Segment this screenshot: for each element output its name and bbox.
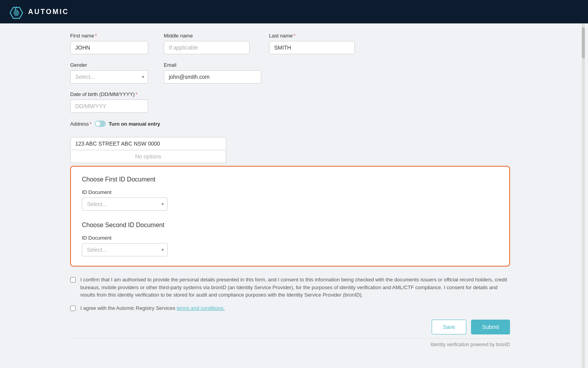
name-row: First name* Middle name Last name* [70, 33, 510, 54]
terms-link[interactable]: terms and conditions. [177, 305, 225, 311]
manual-entry-toggle[interactable] [95, 121, 106, 127]
consent-checkbox-2[interactable] [70, 306, 76, 311]
id-document-section: Choose First ID Document ID Document Sel… [70, 166, 510, 267]
last-name-label: Last name* [269, 33, 406, 39]
first-name-label: First name* [70, 33, 156, 39]
scrollbar-thumb[interactable] [582, 27, 585, 59]
dob-label: Date of birth (DD/MM/YYYY)* [70, 91, 156, 97]
save-button[interactable]: Save [432, 320, 467, 334]
gender-email-row: Gender Select... Male Female Other ▾ Ema… [70, 62, 510, 84]
submit-button[interactable]: Submit [471, 320, 510, 334]
address-input-wrapper: No options [70, 137, 226, 150]
no-options-dropdown: No options [70, 150, 226, 163]
gender-select[interactable]: Select... Male Female Other [70, 70, 148, 84]
middle-name-label: Middle name [164, 33, 261, 39]
last-name-input[interactable] [269, 41, 355, 54]
first-id-label: ID Document [82, 189, 498, 195]
logo-text: AUTOMIC [28, 8, 69, 16]
consent-text-1: I confirm that I am authorised to provid… [80, 276, 510, 299]
dob-input[interactable] [70, 100, 148, 113]
gender-group: Gender Select... Male Female Other ▾ [70, 62, 156, 84]
no-options-text: No options [135, 153, 161, 160]
consent-item-1: I confirm that I am authorised to provid… [70, 276, 510, 299]
id-section-divider [82, 211, 498, 222]
svg-marker-1 [13, 10, 19, 16]
first-id-section: Choose First ID Document ID Document Sel… [82, 176, 498, 211]
email-group: Email [164, 62, 261, 84]
first-name-group: First name* [70, 33, 156, 54]
middle-name-group: Middle name [164, 33, 261, 54]
second-id-select[interactable]: Select... Passport Driver's License Medi… [82, 243, 168, 256]
app-header: AUTOMIC [0, 0, 588, 23]
address-row: Address* Turn on manual entry No options [70, 121, 510, 150]
address-label: Address* [70, 121, 92, 127]
second-id-label: ID Document [82, 235, 498, 241]
first-id-select[interactable]: Select... Passport Driver's License Medi… [82, 197, 168, 211]
email-label: Email [164, 62, 261, 68]
second-id-select-wrapper[interactable]: Select... Passport Driver's License Medi… [82, 243, 168, 256]
consent-section: I confirm that I am authorised to provid… [70, 276, 510, 312]
gender-select-wrapper[interactable]: Select... Male Female Other ▾ [70, 70, 148, 84]
middle-name-input[interactable] [164, 41, 250, 54]
consent-text-2: I agree with the Automic Registry Servic… [80, 304, 225, 312]
dob-group: Date of birth (DD/MM/YYYY)* [70, 91, 156, 113]
address-label-row: Address* Turn on manual entry [70, 121, 160, 127]
address-input[interactable] [70, 137, 226, 150]
automic-logo-icon [9, 4, 24, 19]
last-name-group: Last name* [269, 33, 406, 54]
gender-label: Gender [70, 62, 156, 68]
first-name-input[interactable] [70, 41, 148, 54]
content-wrapper: First name* Middle name Last name* Gende… [0, 23, 588, 368]
action-buttons: Save Submit [70, 320, 510, 334]
email-input[interactable] [164, 70, 261, 84]
consent-item-2: I agree with the Automic Registry Servic… [70, 304, 510, 312]
dob-row: Date of birth (DD/MM/YYYY)* [70, 91, 510, 113]
first-id-title: Choose First ID Document [82, 176, 498, 183]
logo-container: AUTOMIC [9, 4, 69, 19]
first-id-select-wrapper[interactable]: Select... Passport Driver's License Medi… [82, 197, 168, 211]
scrollbar-track[interactable] [582, 23, 585, 368]
consent-checkbox-1[interactable] [70, 277, 76, 283]
manual-entry-text: Turn on manual entry [109, 121, 160, 127]
second-id-title: Choose Second ID Document [82, 222, 498, 229]
second-id-section: Choose Second ID Document ID Document Se… [82, 222, 498, 256]
footer-text: Identity verification powered by bronID [70, 338, 510, 350]
